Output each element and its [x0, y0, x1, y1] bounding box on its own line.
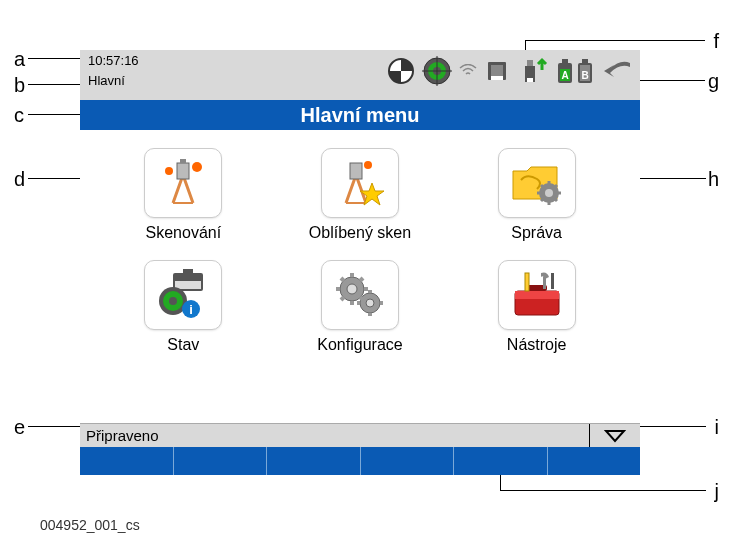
device-screen: 10:57:16 Hlavní AB [80, 50, 640, 475]
callout-h: h [708, 168, 719, 191]
status-text: Připraveno [80, 427, 589, 444]
folder-gear-icon [498, 148, 576, 218]
svg-text:A: A [561, 70, 568, 81]
callout-b: b [14, 74, 25, 97]
callout-f: f [713, 30, 719, 53]
menu-label: Nástroje [507, 336, 567, 354]
svg-line-37 [555, 185, 557, 187]
menu-label: Konfigurace [317, 336, 402, 354]
breadcrumb: Hlavní [88, 73, 139, 89]
svg-rect-13 [562, 59, 568, 63]
document-id: 004952_001_cs [40, 517, 140, 533]
svg-rect-66 [543, 277, 546, 289]
svg-rect-26 [350, 163, 362, 179]
menu-label: Stav [167, 336, 199, 354]
softkey-f5[interactable] [454, 447, 548, 475]
svg-line-56 [341, 297, 344, 300]
callout-d: d [14, 168, 25, 191]
callout-a: a [14, 48, 25, 71]
clock-time: 10:57:16 [88, 53, 139, 69]
level-icon[interactable] [386, 56, 416, 86]
status-bar: Připraveno [80, 423, 640, 447]
callout-c: c [14, 104, 24, 127]
svg-point-47 [347, 284, 357, 294]
survey-scan-icon [144, 148, 222, 218]
menu-oblibeny-sken[interactable]: Oblíbený sken [309, 148, 411, 242]
wifi-icon[interactable] [458, 56, 478, 86]
sdcard-icon[interactable] [484, 56, 514, 86]
dropdown-toggle[interactable] [590, 429, 640, 443]
menu-label: Správa [511, 224, 562, 242]
softkey-f6[interactable] [548, 447, 641, 475]
svg-rect-63 [515, 291, 559, 299]
svg-line-34 [541, 185, 543, 187]
leader-a [28, 58, 86, 59]
callout-j: j [715, 480, 719, 503]
usb-upload-icon[interactable] [520, 56, 550, 86]
callout-i: i [715, 416, 719, 439]
leader-b [28, 84, 86, 85]
svg-text:B: B [581, 70, 588, 81]
svg-text:i: i [190, 302, 194, 317]
svg-line-35 [555, 199, 557, 201]
menu-sprava[interactable]: Správa [498, 148, 576, 242]
svg-rect-17 [582, 59, 588, 63]
menu-konfigurace[interactable]: Konfigurace [317, 260, 402, 354]
softkey-bar [80, 447, 640, 475]
svg-rect-67 [551, 273, 554, 289]
gears-icon [321, 260, 399, 330]
main-menu-grid: Skenování Oblíbený sken Správa i Stav Ko… [80, 130, 640, 364]
softkey-f4[interactable] [361, 447, 455, 475]
svg-line-57 [360, 278, 363, 281]
status-info-icon: i [144, 260, 222, 330]
svg-point-27 [364, 161, 372, 169]
svg-point-49 [366, 299, 374, 307]
page-title: Hlavní menu [80, 100, 640, 130]
leader-e [28, 426, 86, 427]
svg-line-54 [341, 278, 344, 281]
svg-rect-10 [527, 60, 533, 66]
toolbox-icon [498, 260, 576, 330]
svg-rect-7 [491, 65, 503, 77]
callout-e: e [14, 416, 25, 439]
svg-point-23 [192, 162, 202, 172]
softkey-f1[interactable] [80, 447, 174, 475]
svg-rect-21 [177, 163, 189, 179]
svg-rect-40 [175, 281, 201, 289]
menu-label: Oblíbený sken [309, 224, 411, 242]
header-status-icons: AB [386, 56, 632, 86]
softkey-f2[interactable] [174, 447, 268, 475]
svg-rect-8 [491, 76, 503, 80]
header-bar: 10:57:16 Hlavní AB [80, 50, 640, 100]
menu-stav[interactable]: i Stav [144, 260, 222, 354]
survey-star-icon [321, 148, 399, 218]
menu-label: Skenování [146, 224, 222, 242]
svg-point-29 [545, 189, 553, 197]
battery-icon[interactable]: AB [556, 56, 596, 86]
svg-rect-65 [525, 273, 529, 291]
leader-i [640, 426, 706, 427]
leader-f-h [525, 40, 705, 41]
svg-point-43 [169, 297, 177, 305]
target-icon[interactable] [422, 56, 452, 86]
menu-nastroje[interactable]: Nástroje [498, 260, 576, 354]
softkey-f3[interactable] [267, 447, 361, 475]
callout-g: g [708, 70, 719, 93]
leader-c [28, 114, 86, 115]
back-arrow-icon[interactable] [602, 56, 632, 86]
svg-line-36 [541, 199, 543, 201]
svg-rect-22 [180, 159, 186, 163]
menu-skenovani[interactable]: Skenování [144, 148, 222, 242]
svg-line-55 [360, 297, 363, 300]
leader-j-h [500, 490, 706, 491]
svg-rect-39 [183, 269, 193, 273]
svg-point-24 [165, 167, 173, 175]
svg-rect-11 [527, 78, 533, 82]
